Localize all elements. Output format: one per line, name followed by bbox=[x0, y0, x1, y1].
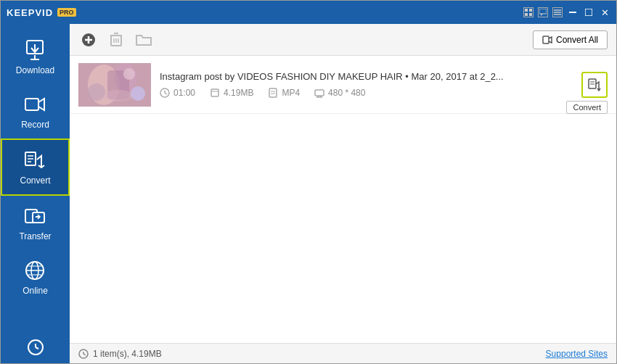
minimize-button[interactable] bbox=[567, 7, 579, 18]
file-thumbnail bbox=[78, 63, 151, 107]
main-layout: Download Record bbox=[1, 24, 616, 363]
svg-rect-15 bbox=[25, 99, 38, 110]
file-meta: 01:00 4.19MB bbox=[160, 88, 573, 98]
content-area: Convert All bbox=[70, 24, 616, 363]
convert-item-button[interactable] bbox=[581, 72, 608, 98]
clock-icon bbox=[160, 88, 170, 98]
title-bar: KEEPVID PRO bbox=[1, 1, 616, 24]
transfer-icon bbox=[24, 204, 47, 228]
svg-line-49 bbox=[165, 93, 167, 94]
sidebar: Download Record bbox=[1, 24, 70, 363]
resolution-value: 480 * 480 bbox=[328, 88, 365, 98]
svg-rect-2 bbox=[525, 13, 528, 16]
add-button[interactable] bbox=[78, 30, 99, 50]
svg-point-45 bbox=[88, 83, 105, 101]
online-label: Online bbox=[23, 286, 48, 296]
size-value: 4.19MB bbox=[224, 88, 253, 98]
duration-value: 01:00 bbox=[173, 88, 195, 98]
svg-rect-50 bbox=[211, 89, 218, 96]
svg-rect-4 bbox=[539, 9, 547, 14]
folder-button[interactable] bbox=[134, 30, 154, 50]
svg-rect-10 bbox=[585, 9, 592, 16]
status-clock-icon bbox=[78, 349, 89, 359]
svg-rect-55 bbox=[315, 90, 324, 96]
svg-line-64 bbox=[83, 354, 86, 355]
meta-resolution: 480 * 480 bbox=[314, 88, 365, 98]
svg-point-46 bbox=[104, 90, 133, 102]
sidebar-item-convert[interactable]: Convert bbox=[1, 138, 70, 196]
svg-rect-9 bbox=[569, 12, 576, 13]
svg-line-29 bbox=[36, 347, 38, 349]
menu-icon-btn[interactable] bbox=[552, 7, 563, 17]
record-icon bbox=[24, 93, 47, 116]
grid-icon-btn[interactable] bbox=[523, 7, 534, 17]
sidebar-item-record[interactable]: Record bbox=[1, 84, 70, 138]
record-label: Record bbox=[21, 120, 49, 130]
thumbnail-image bbox=[78, 63, 151, 107]
chat-icon-btn[interactable] bbox=[538, 7, 548, 17]
toolbar: Convert All bbox=[70, 24, 616, 56]
convert-all-button[interactable]: Convert All bbox=[533, 30, 608, 49]
convert-all-label: Convert All bbox=[556, 35, 598, 45]
svg-rect-1 bbox=[529, 9, 532, 12]
online-icon bbox=[24, 259, 47, 282]
delete-button[interactable] bbox=[106, 30, 126, 50]
svg-point-44 bbox=[123, 68, 135, 80]
format-icon bbox=[268, 88, 278, 98]
download-label: Download bbox=[16, 65, 54, 75]
meta-size: 4.19MB bbox=[210, 88, 253, 98]
status-count: 1 item(s), 4.19MB bbox=[93, 349, 162, 359]
format-value: MP4 bbox=[282, 88, 300, 98]
sidebar-item-transfer[interactable]: Transfer bbox=[1, 196, 70, 250]
status-left: 1 item(s), 4.19MB bbox=[78, 349, 162, 359]
meta-format: MP4 bbox=[268, 88, 300, 98]
app-window: KEEPVID PRO bbox=[0, 0, 617, 364]
convert-label: Convert bbox=[20, 175, 50, 186]
close-button[interactable]: ✕ bbox=[599, 7, 610, 18]
resolution-icon bbox=[314, 88, 324, 98]
sidebar-item-download[interactable]: Download bbox=[1, 30, 70, 84]
sidebar-clock-icon bbox=[27, 339, 44, 363]
pro-badge: PRO bbox=[57, 8, 76, 17]
file-list: Instagram post by VIDEOS FASHION DIY MAK… bbox=[70, 56, 616, 343]
file-actions: Convert bbox=[581, 72, 608, 98]
svg-rect-52 bbox=[269, 88, 277, 97]
title-bar-controls: ✕ bbox=[523, 7, 610, 18]
convert-tooltip: Convert bbox=[566, 101, 608, 114]
maximize-button[interactable] bbox=[583, 7, 594, 18]
status-bar: 1 item(s), 4.19MB Supported Sites bbox=[70, 343, 616, 363]
meta-duration: 01:00 bbox=[160, 88, 195, 98]
convert-icon bbox=[24, 149, 47, 172]
file-info: Instagram post by VIDEOS FASHION DIY MAK… bbox=[160, 71, 573, 98]
download-icon bbox=[24, 38, 47, 62]
toolbar-left bbox=[78, 30, 154, 50]
transfer-label: Transfer bbox=[19, 231, 51, 241]
title-bar-left: KEEPVID PRO bbox=[7, 7, 76, 18]
convert-item-icon bbox=[587, 78, 602, 92]
svg-rect-3 bbox=[529, 13, 532, 16]
size-icon bbox=[210, 88, 220, 98]
svg-rect-39 bbox=[543, 36, 549, 44]
svg-rect-0 bbox=[525, 9, 528, 12]
app-title: KEEPVID bbox=[7, 7, 53, 18]
supported-sites-link[interactable]: Supported Sites bbox=[546, 349, 608, 359]
sidebar-item-online[interactable]: Online bbox=[1, 250, 70, 305]
svg-marker-5 bbox=[541, 14, 543, 16]
file-title: Instagram post by VIDEOS FASHION DIY MAK… bbox=[160, 71, 573, 82]
table-row: Instagram post by VIDEOS FASHION DIY MAK… bbox=[70, 56, 616, 114]
